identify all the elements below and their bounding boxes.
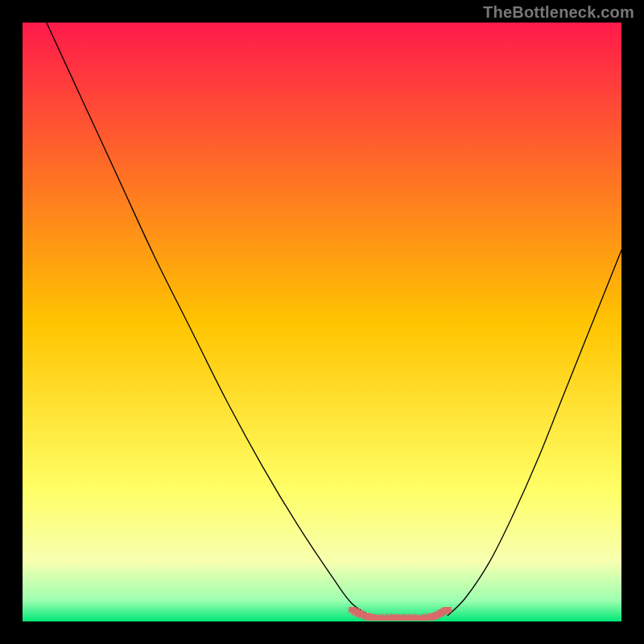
bottleneck-chart	[0, 0, 644, 644]
chart-frame: TheBottleneck.com	[0, 0, 644, 644]
gradient-background	[23, 23, 621, 621]
watermark-text: TheBottleneck.com	[483, 3, 634, 22]
